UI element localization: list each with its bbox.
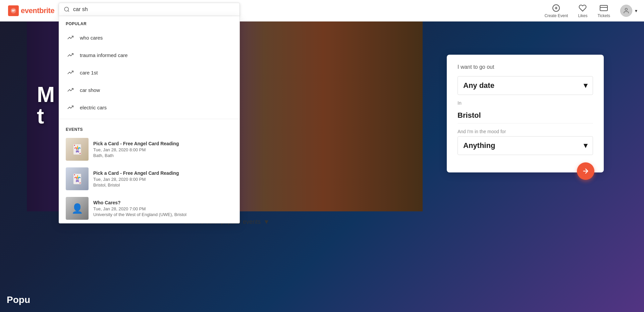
mood-card-header: I want to go out (458, 64, 593, 70)
in-label: In (458, 100, 593, 106)
suggestion-text: care 1st (80, 70, 98, 75)
search-input[interactable] (73, 6, 235, 12)
tickets-action[interactable]: Tickets (597, 3, 610, 18)
event-thumbnail-1: 🃏 (66, 138, 89, 161)
suggestion-text: electric cars (80, 105, 107, 110)
suggestion-text: trauma informed care (80, 52, 128, 58)
hero-text: M t (37, 84, 55, 127)
svg-point-1 (64, 7, 68, 11)
suggestion-text: who cares (80, 35, 103, 41)
event-location-3: University of the West of England (UWE),… (93, 212, 233, 217)
search-box (59, 3, 240, 16)
logo-icon (8, 5, 19, 16)
hero-line1: M (37, 84, 55, 105)
likes-action[interactable]: Likes (578, 3, 587, 18)
date-dropdown[interactable]: Any date ▾ (458, 76, 593, 95)
popular-section-label: Popular (59, 16, 239, 29)
mood-for-section: And I'm in the mood for Anything ▾ (458, 129, 593, 155)
trending-icon (66, 33, 75, 42)
location-value: Bristol (458, 108, 593, 123)
trending-icon (66, 68, 75, 77)
popular-section: Popu (0, 288, 67, 312)
divider (59, 119, 239, 119)
event-location-1: Bath, Bath (93, 153, 233, 158)
suggestion-trauma[interactable]: trauma informed care (59, 46, 239, 64)
mood-value: Anything (463, 141, 495, 150)
suggestion-care-1st[interactable]: care 1st (59, 64, 239, 81)
likes-label: Likes (578, 13, 587, 18)
search-dropdown-panel: Popular who cares trau (59, 16, 240, 223)
event-info-2: Pick a Card - Free Angel Card Reading Tu… (93, 170, 233, 188)
event-item-angel-2[interactable]: 🃏 Pick a Card - Free Angel Card Reading … (59, 164, 239, 194)
suggestion-text: car show (80, 87, 100, 93)
tickets-icon (599, 3, 608, 13)
create-event-label: Create Event (544, 13, 568, 18)
event-info-3: Who Cares? Tue, Jan 28, 2020 7:00 PM Uni… (93, 200, 233, 217)
browse-chevron-icon: ▾ (265, 217, 268, 226)
trending-icon (66, 103, 75, 112)
events-section-label: Events (59, 122, 239, 135)
event-thumbnail-3: 👤 (66, 197, 89, 220)
suggestion-electric-cars[interactable]: electric cars (59, 99, 239, 116)
popular-label: Popu (7, 295, 30, 305)
event-title-1: Pick a Card - Free Angel Card Reading (93, 141, 233, 146)
search-icon (64, 6, 70, 12)
mood-chevron-icon: ▾ (584, 141, 587, 150)
avatar-button[interactable] (620, 5, 632, 17)
trending-icon (66, 85, 75, 95)
mood-card: I want to go out Any date ▾ In Bristol A… (447, 55, 604, 172)
event-location-2: Bristol, Bristol (93, 183, 233, 188)
create-event-icon (551, 3, 561, 13)
event-title-2: Pick a Card - Free Angel Card Reading (93, 170, 233, 176)
svg-rect-5 (600, 5, 607, 11)
create-event-action[interactable]: Create Event (544, 3, 568, 18)
event-thumbnail-2: 🃏 (66, 167, 89, 190)
event-item-who-cares[interactable]: 👤 Who Cares? Tue, Jan 28, 2020 7:00 PM U… (59, 194, 239, 223)
logo[interactable]: eventbrite (8, 5, 54, 16)
mood-submit-button[interactable] (577, 162, 594, 180)
nav-right: Create Event Likes Tickets (544, 0, 637, 21)
suggestion-car-show[interactable]: car show (59, 81, 239, 99)
event-title-3: Who Cares? (93, 200, 233, 205)
search-dropdown-container: Popular who cares trau (59, 3, 240, 223)
hero-line2: t (37, 105, 55, 127)
mood-for-label: And I'm in the mood for (458, 129, 593, 134)
event-date-1: Tue, Jan 28, 2020 8:00 PM (93, 147, 233, 152)
tickets-label: Tickets (597, 13, 610, 18)
mood-date-section: Any date ▾ (458, 76, 593, 95)
event-info-1: Pick a Card - Free Angel Card Reading Tu… (93, 141, 233, 158)
navbar: eventbrite Popular who (0, 0, 644, 21)
svg-point-7 (625, 8, 628, 11)
likes-icon (578, 3, 587, 13)
event-date-2: Tue, Jan 28, 2020 8:00 PM (93, 177, 233, 182)
date-value: Any date (463, 81, 494, 90)
suggestion-who-cares[interactable]: who cares (59, 29, 239, 46)
event-date-3: Tue, Jan 28, 2020 7:00 PM (93, 206, 233, 211)
event-item-angel-1[interactable]: 🃏 Pick a Card - Free Angel Card Reading … (59, 135, 239, 164)
date-chevron-icon: ▾ (584, 81, 587, 90)
mood-location-section: In Bristol (458, 100, 593, 123)
logo-text: eventbrite (21, 6, 54, 15)
mood-dropdown[interactable]: Anything ▾ (458, 136, 593, 155)
trending-icon (66, 50, 75, 60)
avatar-chevron-icon[interactable]: ▾ (635, 8, 637, 13)
